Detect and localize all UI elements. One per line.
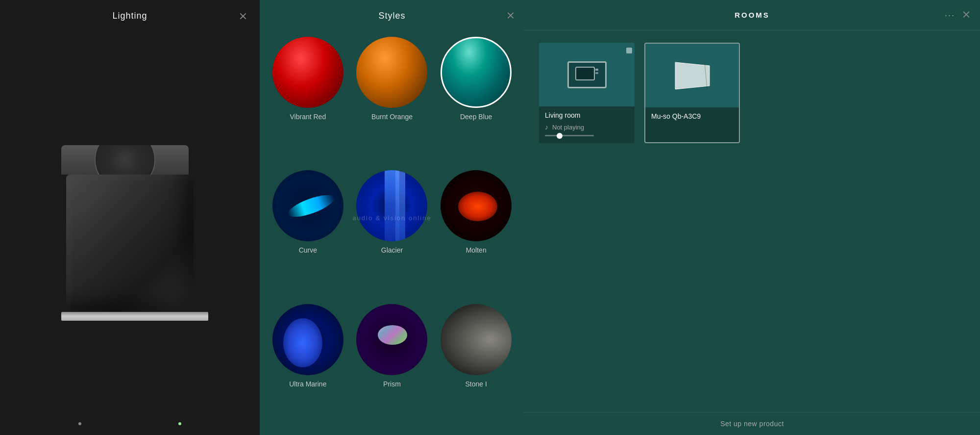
style-label-prism: Prism bbox=[383, 380, 401, 388]
svg-rect-0 bbox=[576, 67, 594, 80]
style-item-glacier[interactable]: Glacier bbox=[354, 170, 431, 296]
rooms-header: ROOMS ··· bbox=[524, 0, 980, 30]
cube-shelf bbox=[61, 312, 208, 321]
rooms-panel: ROOMS ··· bbox=[524, 0, 980, 435]
lighting-dots bbox=[0, 415, 260, 435]
speaker-cube bbox=[61, 145, 198, 302]
rooms-content: Living room ♪ Not playing bbox=[524, 30, 980, 412]
rooms-menu-button[interactable]: ··· bbox=[945, 10, 955, 20]
living-room-status: ♪ Not playing bbox=[545, 123, 629, 131]
muso-info: Mu-so Qb-A3C9 bbox=[645, 107, 739, 131]
style-label-curve: Curve bbox=[299, 246, 317, 254]
close-icon bbox=[507, 11, 514, 19]
styles-panel: Styles audio & vision online Vibrant Red… bbox=[260, 0, 524, 435]
slider-track bbox=[545, 135, 594, 136]
style-item-deep-blue[interactable]: Deep Blue bbox=[438, 37, 514, 163]
style-item-stone-i[interactable]: Stone I bbox=[438, 304, 514, 430]
tv-device-icon bbox=[567, 61, 607, 88]
dot-1[interactable] bbox=[78, 422, 81, 425]
speaker-display bbox=[0, 32, 260, 415]
living-room-name: Living room bbox=[545, 111, 629, 119]
rooms-close-button[interactable] bbox=[962, 9, 970, 21]
volume-slider[interactable] bbox=[545, 135, 629, 136]
living-room-info: Living room ♪ Not playing bbox=[539, 106, 635, 143]
room-card-image-muso bbox=[645, 44, 739, 107]
styles-grid: audio & vision online Vibrant Red Burnt … bbox=[260, 32, 524, 435]
lighting-close-button[interactable] bbox=[236, 9, 250, 23]
style-item-burnt-orange[interactable]: Burnt Orange bbox=[354, 37, 431, 163]
dot-2[interactable] bbox=[178, 422, 181, 425]
setup-new-product-button[interactable]: Set up new product bbox=[720, 420, 784, 428]
lighting-title: Lighting bbox=[112, 11, 147, 21]
rooms-grid: Living room ♪ Not playing bbox=[539, 43, 965, 143]
lighting-panel: Lighting bbox=[0, 0, 260, 435]
style-label-molten: Molten bbox=[466, 246, 487, 254]
muso-name: Mu-so Qb-A3C9 bbox=[651, 112, 733, 120]
svg-rect-2 bbox=[595, 72, 598, 74]
room-card-muso[interactable]: Mu-so Qb-A3C9 bbox=[644, 43, 740, 143]
style-item-vibrant-red[interactable]: Vibrant Red bbox=[270, 37, 346, 163]
style-item-molten[interactable]: Molten bbox=[438, 170, 514, 296]
close-icon bbox=[239, 12, 247, 20]
styles-close-button[interactable] bbox=[507, 10, 514, 22]
cube-body bbox=[66, 175, 194, 312]
style-label-burnt-orange: Burnt Orange bbox=[371, 113, 413, 121]
style-label-ultra-marine: Ultra Marine bbox=[289, 380, 326, 388]
cube-top bbox=[61, 145, 189, 175]
style-circle-burnt-orange bbox=[356, 37, 427, 108]
not-playing-label: Not playing bbox=[552, 124, 584, 131]
style-label-deep-blue: Deep Blue bbox=[460, 113, 492, 121]
lighting-header: Lighting bbox=[0, 0, 260, 32]
music-icon: ♪ bbox=[545, 123, 548, 131]
speaker-svg bbox=[673, 60, 712, 92]
style-label-glacier: Glacier bbox=[381, 246, 403, 254]
styles-title: Styles bbox=[378, 11, 405, 21]
style-circle-vibrant-red bbox=[272, 37, 343, 108]
style-label-stone-i: Stone I bbox=[465, 380, 487, 388]
styles-header: Styles bbox=[260, 0, 524, 32]
style-item-curve[interactable]: Curve bbox=[270, 170, 346, 296]
style-circle-stone-i bbox=[441, 304, 512, 375]
style-circle-glacier bbox=[356, 170, 427, 241]
rooms-title: ROOMS bbox=[735, 11, 770, 19]
style-item-prism[interactable]: Prism bbox=[354, 304, 431, 430]
style-circle-molten bbox=[441, 170, 512, 241]
svg-rect-1 bbox=[595, 69, 598, 71]
close-icon bbox=[962, 10, 970, 18]
svg-marker-3 bbox=[675, 62, 710, 89]
style-item-ultra-marine[interactable]: Ultra Marine bbox=[270, 304, 346, 430]
style-circle-prism bbox=[356, 304, 427, 375]
room-card-living-room[interactable]: Living room ♪ Not playing bbox=[539, 43, 635, 143]
style-circle-ultra-marine bbox=[272, 304, 343, 375]
style-circle-deep-blue bbox=[441, 37, 512, 108]
style-label-vibrant-red: Vibrant Red bbox=[290, 113, 326, 121]
slider-thumb bbox=[557, 133, 563, 139]
room-card-image-living-room bbox=[539, 43, 635, 106]
rooms-header-actions: ··· bbox=[945, 9, 970, 21]
tv-svg bbox=[575, 66, 599, 83]
rooms-footer: Set up new product bbox=[524, 412, 980, 435]
style-circle-curve bbox=[272, 170, 343, 241]
